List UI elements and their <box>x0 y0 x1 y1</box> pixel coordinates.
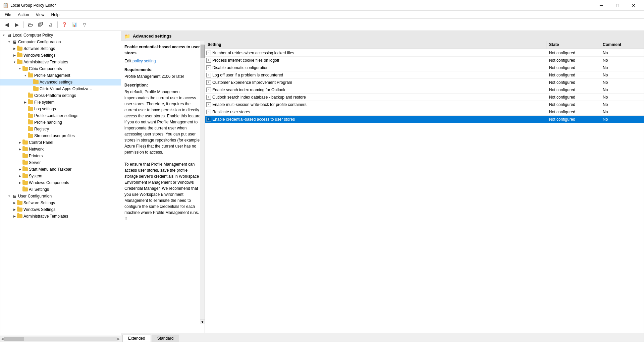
properties-button[interactable]: 📊 <box>70 20 79 30</box>
setting-row[interactable]: ≡ Number of retries when accessing locke… <box>205 49 644 57</box>
icon-admin-templates-cc <box>17 59 22 65</box>
expander-network[interactable]: ▶ <box>17 147 22 152</box>
setting-icon-3: ≡ <box>206 73 211 77</box>
menu-action[interactable]: Action <box>14 12 32 18</box>
up-button[interactable]: 🗁 <box>26 20 35 30</box>
expander-file-system[interactable]: ▶ <box>22 100 28 105</box>
tree-node-server[interactable]: Server <box>0 159 121 166</box>
tree-node-profile-container[interactable]: Profile container settings <box>0 112 121 119</box>
icon-advanced-settings <box>33 79 39 85</box>
expander-root[interactable]: ▾ <box>1 33 6 38</box>
tree-node-windows-settings-uc[interactable]: ▶ Windows Settings <box>0 206 121 213</box>
help-button[interactable]: ❓ <box>60 20 69 30</box>
tree-node-citrix-virtual-apps[interactable]: Citrix Virtual Apps Optimization set... <box>0 86 121 92</box>
h-scroll-track[interactable] <box>4 337 117 341</box>
tree-node-cross-platform[interactable]: Cross-Platform settings <box>0 92 121 99</box>
expander-start-menu[interactable]: ▶ <box>17 167 22 172</box>
expander-admin-templates-cc[interactable]: ▾ <box>12 59 17 65</box>
setting-row[interactable]: ≡ Process Internet cookie files on logof… <box>205 57 644 64</box>
label-system: System <box>29 174 42 178</box>
expander-user-config[interactable]: ▾ <box>6 193 12 199</box>
tree-node-profile-handling[interactable]: Profile handling <box>0 119 121 126</box>
expander-windows-components[interactable]: ▶ <box>17 180 22 185</box>
close-button[interactable]: ✕ <box>626 0 641 11</box>
tree-node-network[interactable]: ▶ Network <box>0 146 121 153</box>
scroll-down-btn[interactable]: ▼ <box>200 320 205 324</box>
expander-control-panel[interactable]: ▶ <box>17 140 22 145</box>
tab-extended[interactable]: Extended <box>122 335 151 342</box>
setting-comment-8: No <box>600 110 644 114</box>
expander-windows-settings-uc[interactable]: ▶ <box>12 207 17 212</box>
filter-button[interactable]: ▽ <box>80 20 89 30</box>
menu-view[interactable]: View <box>33 12 48 18</box>
setting-state-2: Not configured <box>546 65 600 70</box>
menu-help[interactable]: Help <box>48 12 63 18</box>
desc-edit-line: Edit policy setting <box>124 58 201 64</box>
label-profile-container: Profile container settings <box>34 113 78 118</box>
tab-bar: Extended Standard <box>121 333 644 342</box>
tree-node-log-settings[interactable]: Log settings <box>0 106 121 112</box>
label-citrix-virtual-apps: Citrix Virtual Apps Optimization set... <box>40 87 93 91</box>
tree-h-scrollbar[interactable]: ◀ ▶ <box>0 336 121 342</box>
desc-scrollbar-thumb[interactable] <box>201 45 205 58</box>
setting-icon-7: ≡ <box>206 102 211 107</box>
tree-node-root[interactable]: ▾ 🖥 Local Computer Policy <box>0 32 121 39</box>
tree-node-computer-config[interactable]: ▾ 🖥 Computer Configuration <box>0 39 121 45</box>
minimize-button[interactable]: ─ <box>594 0 609 11</box>
h-scroll-thumb[interactable] <box>4 337 24 341</box>
tree-node-streamed-profiles[interactable]: Streamed user profiles <box>0 132 121 139</box>
setting-icon-9: ≡ <box>206 117 211 122</box>
show-hide-button[interactable]: 🗊 <box>36 20 45 30</box>
expander-software-settings-uc[interactable]: ▶ <box>12 200 17 206</box>
setting-row[interactable]: ≡ Enable search index roaming for Outloo… <box>205 86 644 94</box>
label-printers: Printers <box>29 154 43 158</box>
tree-node-control-panel[interactable]: ▶ Control Panel <box>0 139 121 146</box>
tree-node-windows-settings-cc[interactable]: ▶ Windows Settings <box>0 52 121 59</box>
expander-windows-settings-cc[interactable]: ▶ <box>12 53 17 58</box>
policy-setting-link[interactable]: policy setting <box>132 59 156 63</box>
tree-node-registry[interactable]: Registry <box>0 126 121 132</box>
setting-row[interactable]: ≡ Log off user if a problem is encounter… <box>205 71 644 79</box>
label-log-settings: Log settings <box>34 107 56 111</box>
tree-node-profile-management[interactable]: ▾ Profile Management <box>0 72 121 79</box>
tree-node-advanced-settings[interactable]: Advanced settings <box>0 79 121 86</box>
icon-printers <box>22 153 28 159</box>
setting-row[interactable]: ≡ Outlook search index database - backup… <box>205 94 644 101</box>
label-admin-templates-cc: Administrative Templates <box>23 60 68 64</box>
expander-citrix-components[interactable]: ▾ <box>17 66 22 71</box>
setting-row[interactable]: ≡ Enable multi-session write-back for pr… <box>205 101 644 108</box>
tree-node-software-settings-cc[interactable]: ▶ Software Settings <box>0 45 121 52</box>
setting-icon-4: ≡ <box>206 80 211 85</box>
print-button[interactable]: 🖨 <box>46 20 55 30</box>
expander-profile-management[interactable]: ▾ <box>22 73 28 78</box>
tree-node-user-config[interactable]: ▾ 🖥 User Configuration <box>0 193 121 199</box>
tree-node-citrix-components[interactable]: ▾ Citrix Components <box>0 65 121 72</box>
expander-system[interactable]: ▶ <box>17 173 22 179</box>
setting-row[interactable]: ≡ Disable automatic configuration Not co… <box>205 64 644 71</box>
toolbar-separator-1 <box>23 21 24 28</box>
desc-scrollbar[interactable]: ▼ <box>200 41 205 324</box>
menu-file[interactable]: File <box>1 12 14 18</box>
tree-node-admin-templates-cc[interactable]: ▾ Administrative Templates <box>0 59 121 65</box>
tab-standard[interactable]: Standard <box>152 335 179 342</box>
tree-node-windows-components[interactable]: ▶ Windows Components <box>0 179 121 186</box>
expander-admin-templates-uc[interactable]: ▶ <box>12 214 17 219</box>
icon-registry <box>28 126 33 132</box>
tree-node-all-settings[interactable]: All Settings <box>0 186 121 193</box>
expander-computer-config[interactable]: ▾ <box>6 39 12 45</box>
tree-node-software-settings-uc[interactable]: ▶ Software Settings <box>0 199 121 206</box>
tree-node-printers[interactable]: Printers <box>0 153 121 159</box>
setting-row[interactable]: ≡ Replicate user stores Not configured N… <box>205 108 644 116</box>
maximize-button[interactable]: □ <box>610 0 625 11</box>
setting-row-selected[interactable]: ≡ Enable credential-based access to user… <box>205 116 644 123</box>
tree-node-file-system[interactable]: ▶ File system <box>0 99 121 106</box>
tree-node-start-menu[interactable]: ▶ Start Menu and Taskbar <box>0 166 121 173</box>
back-button[interactable]: ◀ <box>2 20 11 30</box>
tree-content[interactable]: ▾ 🖥 Local Computer Policy ▾ 🖥 Computer C… <box>0 31 121 336</box>
label-start-menu: Start Menu and Taskbar <box>29 167 71 172</box>
tree-node-system[interactable]: ▶ System <box>0 173 121 179</box>
setting-row[interactable]: ≡ Customer Experience Improvement Progra… <box>205 79 644 86</box>
forward-button[interactable]: ▶ <box>12 20 21 30</box>
expander-software-settings-cc[interactable]: ▶ <box>12 46 17 51</box>
tree-node-admin-templates-uc[interactable]: ▶ Administrative Templates <box>0 213 121 220</box>
